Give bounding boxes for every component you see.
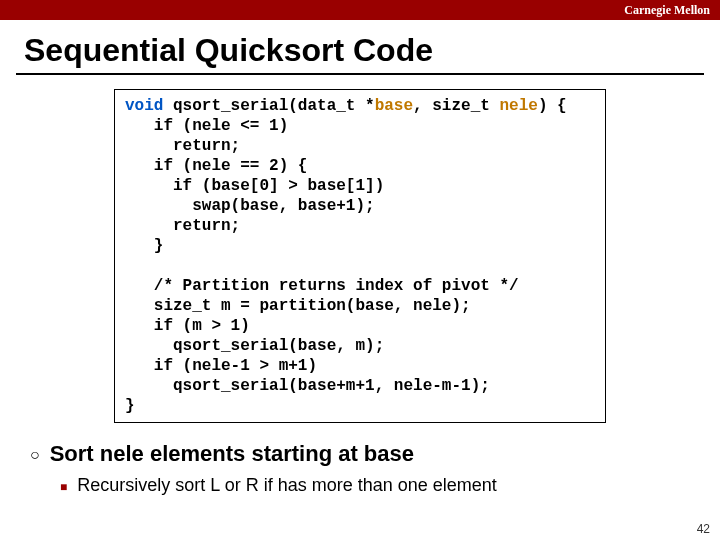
title-underline [16, 73, 704, 75]
brand-label: Carnegie Mellon [624, 3, 710, 18]
code-line: } [125, 397, 135, 415]
code-text: , size_t [413, 97, 499, 115]
code-line: if (nele == 2) { [125, 157, 307, 175]
sub-bullet-item: ■ Recursively sort L or R if has more th… [60, 475, 720, 499]
sub-bullet-text: Recursively sort L or R if has more than… [77, 475, 497, 496]
code-line: return; [125, 137, 240, 155]
bullet-list: ○ Sort nele elements starting at base [30, 441, 720, 469]
code-line: size_t m = partition(base, nele); [125, 297, 471, 315]
code-line: swap(base, base+1); [125, 197, 375, 215]
code-block: void qsort_serial(data_t *base, size_t n… [114, 89, 606, 423]
code-line: qsort_serial(base, m); [125, 337, 384, 355]
code-text: qsort_serial(data_t * [163, 97, 374, 115]
code-line: if (base[0] > base[1]) [125, 177, 384, 195]
bullet-marker-icon: ○ [30, 441, 40, 469]
code-line: qsort_serial(base+m+1, nele-m-1); [125, 377, 490, 395]
code-line: if (nele <= 1) [125, 117, 288, 135]
code-line: if (m > 1) [125, 317, 250, 335]
code-line: if (nele-1 > m+1) [125, 357, 317, 375]
sub-bullet-list: ■ Recursively sort L or R if has more th… [60, 475, 720, 499]
header-bar: Carnegie Mellon [0, 0, 720, 20]
bullet-item: ○ Sort nele elements starting at base [30, 441, 720, 469]
slide-title: Sequential Quicksort Code [24, 32, 720, 69]
code-line: } [125, 237, 163, 255]
code-line: /* Partition returns index of pivot */ [125, 277, 519, 295]
code-line: return; [125, 217, 240, 235]
code-param: base [375, 97, 413, 115]
code-param: nele [499, 97, 537, 115]
code-text: ) { [538, 97, 567, 115]
page-number: 42 [697, 522, 710, 536]
bullet-text: Sort nele elements starting at base [50, 441, 414, 467]
bullet-marker-icon: ■ [60, 475, 67, 499]
code-keyword: void [125, 97, 163, 115]
